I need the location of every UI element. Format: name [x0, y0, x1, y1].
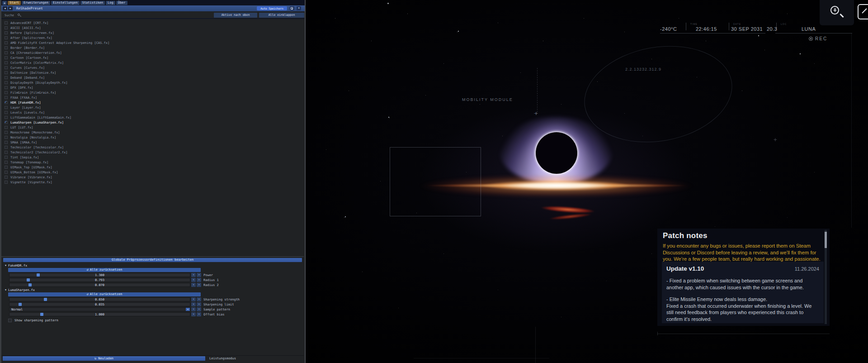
technique-row[interactable]: Vibrance [Vibrance.fx]: [1, 175, 304, 180]
technique-checkbox[interactable]: [5, 51, 8, 54]
menu-item-log[interactable]: Log: [106, 1, 115, 5]
shader-section-header[interactable]: ▼LumaSharpen.fx: [1, 287, 304, 292]
param-slider[interactable]: 1.380: [9, 273, 190, 277]
technique-row[interactable]: ASCII [ASCII.fx]: [1, 25, 304, 30]
param-combo[interactable]: Normal▼: [9, 307, 190, 311]
move-active-top-button[interactable]: Aktive nach oben: [214, 13, 257, 18]
technique-row[interactable]: Vignette [Vignette.fx]: [1, 180, 304, 185]
increment-button[interactable]: ›: [197, 283, 201, 287]
technique-row[interactable]: Levels [Levels.fx]: [1, 110, 304, 115]
technique-row[interactable]: UIMask_Bottom [UIMask.fx]: [1, 170, 304, 175]
autosave-button[interactable]: Auto Speichern: [257, 6, 287, 10]
technique-row[interactable]: AdvancedCRT [CRT.fx]: [1, 20, 304, 25]
menu-icon[interactable]: ≡: [2, 1, 7, 5]
zoom-button[interactable]: [820, 0, 854, 25]
technique-checkbox[interactable]: [5, 81, 8, 84]
technique-row[interactable]: ✓HDR [FakeHDR.fx]: [1, 100, 304, 105]
increment-button[interactable]: ›: [197, 307, 201, 311]
increment-button[interactable]: ›: [197, 278, 201, 282]
technique-row[interactable]: Tint [Sepia.fx]: [1, 155, 304, 160]
add-preset-button[interactable]: +: [297, 6, 301, 10]
technique-checkbox[interactable]: [5, 116, 8, 119]
decrement-button[interactable]: ‹: [191, 273, 196, 277]
journal-icon[interactable]: [858, 4, 868, 19]
technique-checkbox[interactable]: [5, 66, 8, 69]
technique-row[interactable]: DisplayDepth [DisplayDepth.fx]: [1, 80, 304, 85]
technique-row[interactable]: Technicolor [Technicolor.fx]: [1, 145, 304, 150]
technique-checkbox[interactable]: ✓: [5, 121, 8, 124]
technique-row[interactable]: UIMask_Top [UIMask.fx]: [1, 165, 304, 170]
technique-checkbox[interactable]: [5, 171, 8, 174]
menu-item-einstellungen[interactable]: Einstellungen: [51, 1, 80, 5]
technique-checkbox[interactable]: [5, 141, 8, 144]
technique-row[interactable]: SMAA [SMAA.fx]: [1, 140, 304, 145]
technique-checkbox[interactable]: [5, 181, 8, 184]
technique-checkbox[interactable]: [5, 126, 8, 129]
technique-checkbox[interactable]: [5, 176, 8, 179]
technique-checkbox[interactable]: [5, 151, 8, 154]
collapse-all-button[interactable]: Alle einklappen: [259, 13, 304, 18]
technique-row[interactable]: LUT [LUT.fx]: [1, 125, 304, 130]
preset-name[interactable]: ReShadePreset: [16, 6, 43, 10]
technique-checkbox[interactable]: [5, 91, 8, 94]
technique-row[interactable]: Layer [Layer.fx]: [1, 105, 304, 110]
technique-checkbox[interactable]: [5, 111, 8, 114]
performance-mode-toggle[interactable]: Leistungsmodus: [209, 356, 236, 361]
technique-row[interactable]: Before [Splitscreen.fx]: [1, 30, 304, 35]
technique-checkbox[interactable]: ✓: [5, 101, 8, 104]
decrement-button[interactable]: ‹: [191, 312, 196, 316]
technique-checkbox[interactable]: [5, 21, 8, 24]
menu-item-erweiterungen[interactable]: Erweiterungen: [22, 1, 50, 5]
technique-row[interactable]: CA [ChromaticAberration.fx]: [1, 50, 304, 55]
chevron-down-icon[interactable]: ▼: [186, 308, 190, 311]
menu-item-start[interactable]: Start: [8, 1, 21, 5]
param-slider[interactable]: 0.793: [9, 278, 190, 282]
menu-item-ueber[interactable]: Über: [116, 1, 127, 5]
param-slider[interactable]: 0.650: [9, 297, 190, 301]
increment-button[interactable]: ›: [197, 302, 201, 306]
technique-checkbox[interactable]: [5, 96, 8, 99]
technique-checkbox[interactable]: [5, 56, 8, 59]
technique-checkbox[interactable]: [5, 166, 8, 169]
technique-checkbox[interactable]: [5, 41, 8, 44]
technique-row[interactable]: LiftGammaGain [LiftGammaGain.fx]: [1, 115, 304, 120]
technique-row[interactable]: FilmGrain [FilmGrain.fx]: [1, 90, 304, 95]
technique-row[interactable]: Tonemap [Tonemap.fx]: [1, 160, 304, 165]
decrement-button[interactable]: ‹: [191, 307, 196, 311]
technique-checkbox[interactable]: [5, 46, 8, 49]
increment-button[interactable]: ›: [197, 312, 201, 316]
technique-checkbox[interactable]: [5, 61, 8, 64]
shader-section-header[interactable]: ▼FakeHDR.fx: [1, 263, 304, 268]
technique-checkbox[interactable]: [5, 76, 8, 79]
patch-notes-scrollbar[interactable]: [825, 230, 827, 324]
technique-row[interactable]: Technicolor2 [Technicolor2.fx]: [1, 150, 304, 155]
technique-row[interactable]: Nostalgia [Nostalgia.fx]: [1, 135, 304, 140]
decrement-button[interactable]: ‹: [191, 302, 196, 306]
technique-checkbox[interactable]: [5, 31, 8, 34]
param-slider[interactable]: 0.070: [9, 283, 190, 287]
technique-checkbox[interactable]: [5, 71, 8, 74]
technique-checkbox[interactable]: [5, 106, 8, 109]
edit-preprocessor-button[interactable]: Globale Präprozessordefinitionen bearbei…: [3, 258, 302, 262]
technique-checkbox[interactable]: [5, 156, 8, 159]
technique-checkbox[interactable]: [5, 146, 8, 149]
technique-checkbox[interactable]: [5, 36, 8, 39]
show-pattern-checkbox[interactable]: [8, 319, 12, 322]
preset-next-button[interactable]: ▶: [8, 6, 13, 10]
technique-row[interactable]: FXAA [FXAA.fx]: [1, 95, 304, 100]
technique-row[interactable]: Monochrome [Monochrome.fx]: [1, 130, 304, 135]
technique-checkbox[interactable]: [5, 131, 8, 134]
technique-row[interactable]: Border [Border.fx]: [1, 45, 304, 50]
decrement-button[interactable]: ‹: [191, 283, 196, 287]
param-slider[interactable]: 1.000: [9, 312, 190, 316]
technique-row[interactable]: Cartoon [Cartoon.fx]: [1, 55, 304, 60]
technique-row[interactable]: After [Splitscreen.fx]: [1, 35, 304, 40]
reset-all-button[interactable]: ↺Alle zurücksetzen: [8, 268, 201, 272]
decrement-button[interactable]: ‹: [191, 297, 196, 301]
technique-checkbox[interactable]: [5, 161, 8, 164]
preset-prev-button[interactable]: ◀: [3, 6, 7, 10]
increment-button[interactable]: ›: [197, 297, 201, 301]
technique-row[interactable]: AMD FidelityFX Contrast Adaptive Sharpen…: [1, 40, 304, 45]
search-input[interactable]: Suche: [5, 14, 14, 17]
reload-button[interactable]: ↻ Neuladen: [3, 356, 205, 361]
